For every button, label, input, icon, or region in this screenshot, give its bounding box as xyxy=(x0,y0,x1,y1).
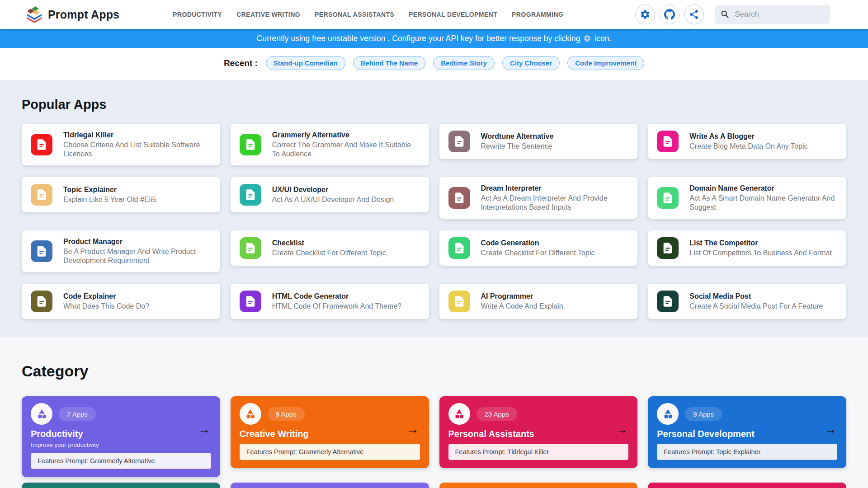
app-card[interactable]: Domain Name Generator Act As A Smart Dom… xyxy=(648,177,846,219)
arrow-right-icon[interactable]: → xyxy=(824,423,836,436)
category-name: Personal Assistants xyxy=(448,429,629,439)
app-card-text: Dream Interpreter Act As A Dream Interpr… xyxy=(481,184,629,212)
app-card-text: Checklist Create Checklist For Different… xyxy=(272,239,386,258)
app-card-text: Social Media Post Create A Social Media … xyxy=(689,292,823,311)
popular-apps-grid: Tldrlegal Killer Choose Criteria And Lis… xyxy=(22,124,846,319)
recent-chip[interactable]: Bedtime Story xyxy=(433,56,495,70)
api-key-banner: Currently using free unstable version , … xyxy=(0,29,868,48)
share-button[interactable] xyxy=(684,5,704,24)
apps-count-badge: 9 Apps xyxy=(685,407,722,421)
document-icon xyxy=(240,134,261,155)
app-subtitle: Create Checklist For Different Topic xyxy=(272,249,386,258)
app-card[interactable]: Checklist Create Checklist For Different… xyxy=(231,230,429,266)
gear-icon xyxy=(583,34,591,42)
category-card-partial[interactable]: 3 Apps xyxy=(648,483,846,488)
app-subtitle: Act As A UX/UI Developer And Design xyxy=(272,195,394,204)
nav-link[interactable]: PROGRAMMING xyxy=(512,11,563,18)
category-card-partial[interactable]: 9 Apps xyxy=(22,483,220,488)
banner-text-after: icon. xyxy=(594,34,611,43)
category-card[interactable]: 23 Apps Personal Assistants Features Pro… xyxy=(439,396,638,468)
app-card[interactable]: HTML Code Generator HTML Code Of Framewo… xyxy=(231,284,429,319)
app-title: Grammerly Alternative xyxy=(272,131,420,140)
app-card[interactable]: Wordtune Alternative Rewrite The Sentenc… xyxy=(439,124,638,159)
popular-apps-section: Popular Apps Tldrlegal Killer Choose Cri… xyxy=(0,80,868,337)
category-name: Creative Writing xyxy=(240,429,420,439)
app-subtitle: Rewrite The Sentence xyxy=(481,142,554,151)
category-card[interactable]: 9 Apps Creative Writing Features Prompt:… xyxy=(231,396,429,468)
recent-chip[interactable]: City Chooser xyxy=(502,56,560,70)
document-icon xyxy=(31,240,52,262)
app-card[interactable]: Product Manager Be A Product Manager And… xyxy=(22,230,220,272)
recent-label: Recent : xyxy=(224,58,258,68)
app-card[interactable]: List The Competitor List Of Competitors … xyxy=(648,230,846,266)
nav-link[interactable]: CREATIVE WRITING xyxy=(236,11,300,18)
app-subtitle: HTML Code Of Framework And Theme? xyxy=(272,302,401,311)
category-title: Category xyxy=(22,362,846,380)
app-card[interactable]: Topic Explainer Explain Like 5 Year Old … xyxy=(22,177,220,212)
app-card[interactable]: Write As A Blogger Create Blog Meta Data… xyxy=(648,124,846,159)
category-card[interactable]: 7 Apps Productivity Improve your product… xyxy=(22,396,220,477)
app-card[interactable]: Tldrlegal Killer Choose Criteria And Lis… xyxy=(22,124,220,165)
app-card-text: Product Manager Be A Product Manager And… xyxy=(63,237,211,265)
app-card[interactable]: Dream Interpreter Act As A Dream Interpr… xyxy=(439,177,638,219)
settings-button[interactable] xyxy=(635,5,655,24)
category-grid: 7 Apps Productivity Improve your product… xyxy=(22,396,846,488)
app-title: Checklist xyxy=(272,239,386,248)
search-icon xyxy=(720,9,730,19)
app-card[interactable]: UX/UI Developer Act As A UX/UI Developer… xyxy=(231,177,429,212)
app-card-text: Wordtune Alternative Rewrite The Sentenc… xyxy=(481,132,554,151)
search-input[interactable] xyxy=(735,10,825,19)
features-prompt-box: Features Prompt: Topic Explainer xyxy=(657,444,837,460)
app-subtitle: Choose Criteria And List Suitable Softwa… xyxy=(63,141,211,159)
category-card-top: 9 Apps xyxy=(240,403,420,425)
nav-links: PRODUCTIVITYCREATIVE WRITINGPERSONAL ASS… xyxy=(173,11,563,18)
category-name: Personal Development xyxy=(657,429,837,439)
app-title: Write As A Blogger xyxy=(689,132,807,141)
app-subtitle: Be A Product Manager And Write Product D… xyxy=(63,247,211,265)
search-box xyxy=(715,5,830,24)
recent-chip[interactable]: Behind The Name xyxy=(353,56,426,70)
app-card-text: Tldrlegal Killer Choose Criteria And Lis… xyxy=(63,131,211,159)
app-title: Tldrlegal Killer xyxy=(63,131,211,140)
app-title: Product Manager xyxy=(63,237,211,246)
app-title: HTML Code Generator xyxy=(272,292,401,301)
category-card-partial[interactable]: 13 Apps xyxy=(231,483,429,488)
document-icon xyxy=(31,291,52,312)
category-subtitle: Improve your productivity xyxy=(31,441,211,448)
nav-link[interactable]: PERSONAL ASSISTANTS xyxy=(315,11,394,18)
category-card-top: 23 Apps xyxy=(448,403,629,425)
recent-chip[interactable]: Code Improvement xyxy=(567,56,644,70)
app-card[interactable]: Code Generation Create Checklist For Dif… xyxy=(439,230,638,266)
settings-icon xyxy=(640,9,651,20)
apps-count-badge: 7 Apps xyxy=(59,407,96,421)
category-card-partial[interactable]: 4 Apps xyxy=(439,483,638,488)
nav-link[interactable]: PERSONAL DEVELOPMENT xyxy=(409,11,497,18)
app-card-text: Code Explainer What Does This Code Do? xyxy=(63,292,149,311)
document-icon xyxy=(448,237,470,259)
arrow-right-icon[interactable]: → xyxy=(198,423,210,436)
document-icon xyxy=(240,237,261,259)
nav-link[interactable]: PRODUCTIVITY xyxy=(173,11,222,18)
category-card[interactable]: 9 Apps Personal Development Features Pro… xyxy=(648,396,846,468)
recent-chip[interactable]: Stand-up Comedian xyxy=(266,56,345,70)
brand[interactable]: Prompt Apps xyxy=(25,5,119,23)
features-prompt-box: Features Prompt: Grammerly Alternative xyxy=(240,444,420,460)
app-title: AI Programmer xyxy=(481,292,563,301)
app-title: Dream Interpreter xyxy=(481,184,629,193)
app-subtitle: Explain Like 5 Year Old #Eli5 xyxy=(63,195,156,204)
app-title: Domain Name Generator xyxy=(689,184,837,193)
app-title: Topic Explainer xyxy=(63,185,156,194)
app-card-text: List The Competitor List Of Competitors … xyxy=(689,239,832,258)
arrow-right-icon[interactable]: → xyxy=(615,423,627,436)
category-section: Category 7 Apps Productivity Improve you… xyxy=(0,337,868,488)
app-subtitle: Act As A Dream Interpreter And Provide I… xyxy=(481,194,629,212)
arrow-right-icon[interactable]: → xyxy=(407,423,419,436)
github-button[interactable] xyxy=(660,5,679,24)
app-card[interactable]: AI Programmer Write A Code And Explain xyxy=(439,284,638,319)
top-navbar: Prompt Apps PRODUCTIVITYCREATIVE WRITING… xyxy=(0,0,868,29)
app-card[interactable]: Social Media Post Create A Social Media … xyxy=(648,284,846,319)
app-card[interactable]: Grammerly Alternative Correct The Gramme… xyxy=(231,124,429,165)
app-card-text: Grammerly Alternative Correct The Gramme… xyxy=(272,131,420,159)
document-icon xyxy=(657,187,679,209)
app-card[interactable]: Code Explainer What Does This Code Do? xyxy=(22,284,220,319)
